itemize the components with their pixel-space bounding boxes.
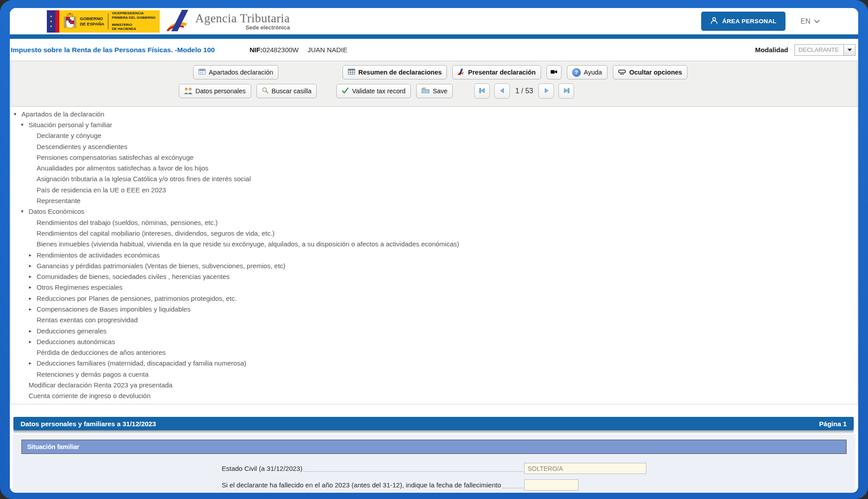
tree-item[interactable]: Descendientes y ascendientes xyxy=(11,141,857,152)
tree-item-label: Ganancias y pérdidas patrimoniales (Vent… xyxy=(37,262,285,270)
tree-arrow-icon[interactable]: ▸ xyxy=(29,274,37,279)
language-selector[interactable]: EN xyxy=(801,17,820,25)
tree-item[interactable]: ▸Deducciones familiares (maternidad, dis… xyxy=(11,358,857,369)
flag-yellow-area: GOBIERNO DE ESPAÑA VICEPRESIDENCIA PRIME… xyxy=(59,10,160,33)
save-button[interactable]: Save xyxy=(416,84,453,98)
tree-item[interactable]: Rentas exentas con progresividad xyxy=(11,315,857,325)
apartados-declaracion-button[interactable]: Apartados declaración xyxy=(193,65,278,79)
tree-item[interactable]: Asignación tributaria a la Iglesia Catól… xyxy=(11,174,857,184)
tree-arrow-icon[interactable]: ▸ xyxy=(29,263,37,269)
tree-item[interactable]: País de residencia en la UE o EEE en 202… xyxy=(11,184,857,195)
tree-item[interactable]: Rendimientos del trabajo (sueldos, nómin… xyxy=(11,217,857,228)
tree-item[interactable]: ▸Reducciones por Planes de pensiones, pa… xyxy=(11,293,857,304)
tree-item-label: Pérdida de deducciones de años anteriore… xyxy=(37,349,165,356)
tree-arrow-icon[interactable]: ▾ xyxy=(21,208,29,214)
tree-item-label: Pensiones compensatorias satisfechas al … xyxy=(37,154,194,161)
first-page-button[interactable] xyxy=(474,83,490,99)
video-help-button[interactable] xyxy=(546,65,562,79)
nif-value: 02482300W xyxy=(263,46,299,54)
app-header: ★ ★ ★ xyxy=(10,8,858,34)
dotted-leader xyxy=(502,488,523,488)
tree-arrow-icon[interactable]: ▾ xyxy=(21,122,29,128)
tree-item[interactable]: ▾Situación personal y familiar xyxy=(11,119,857,130)
brand-subtitle: Sede electrónica xyxy=(195,25,290,31)
tree-item-label: Reducciones por Planes de pensiones, pat… xyxy=(37,295,237,302)
dropdown-arrow-icon xyxy=(847,49,852,51)
tree-item[interactable]: Pérdida de deducciones de años anteriore… xyxy=(11,347,857,358)
tree-item[interactable]: Cuenta corriente de ingreso o devolución xyxy=(11,391,857,401)
tree-item[interactable]: ▸Rendimientos de actividades económicas xyxy=(11,250,857,260)
tree-item[interactable]: Representante xyxy=(11,195,857,206)
form-area: Situación familiar Estado Civil (a 31/12… xyxy=(12,434,856,493)
table-icon xyxy=(348,69,355,76)
tree-arrow-icon[interactable]: ▸ xyxy=(29,284,37,290)
validate-button[interactable]: Validate tax record xyxy=(336,84,411,98)
page-indicator: 1 / 53 xyxy=(515,87,533,95)
tree-item[interactable]: ▸Compensaciones de Bases imponibles y li… xyxy=(11,304,857,314)
ministry-text: VICEPRESIDENCIA PRIMERA DEL GOBIERNO MIN… xyxy=(112,11,156,31)
next-page-icon xyxy=(543,87,550,95)
tree-item-label: País de residencia en la UE o EEE en 202… xyxy=(37,186,166,194)
tree-item[interactable]: Anualidades por alimentos satisfechas a … xyxy=(11,162,857,173)
tree-item[interactable]: ▸Deducciones autonómicas xyxy=(11,336,857,347)
tree-item-label: Modificar declaración Renta 2023 ya pres… xyxy=(29,381,173,389)
first-page-icon xyxy=(479,87,486,95)
buscar-casilla-button[interactable]: Buscar casilla xyxy=(256,84,317,98)
tree-item[interactable]: ▸Ganancias y pérdidas patrimoniales (Ven… xyxy=(11,260,857,271)
next-page-button[interactable] xyxy=(538,83,554,99)
tree-arrow-icon[interactable]: ▸ xyxy=(29,306,37,312)
tree-item[interactable]: Retenciones y demás pagos a cuenta xyxy=(11,369,857,379)
page-label: Página 1 xyxy=(819,420,847,428)
at-logo-mini-icon xyxy=(458,69,465,76)
tree-item-label: Representante xyxy=(37,197,80,204)
app-window: ★ ★ ★ xyxy=(10,8,858,493)
tree-item[interactable]: ▸Comunidades de bienes, sociedades civil… xyxy=(11,271,857,282)
tree-item[interactable]: ▸Otros Regímenes especiales xyxy=(11,282,857,293)
modalidad-select[interactable]: DECLARANTE xyxy=(794,44,856,56)
tree-item-label: Comunidades de bienes, sociedades civile… xyxy=(37,273,230,280)
tree-item-label: Retenciones y demás pagos a cuenta xyxy=(37,370,149,378)
flag-red-stripe xyxy=(55,10,59,33)
pagination: 1 / 53 xyxy=(474,83,574,99)
presentar-declaracion-button[interactable]: Presentar declaración xyxy=(452,65,541,79)
taxpayer-name: JUAN NADIE xyxy=(308,46,347,54)
tree-arrow-icon[interactable]: ▸ xyxy=(29,360,37,366)
tree-arrow-icon[interactable]: ▸ xyxy=(29,252,37,258)
header-divider-bar xyxy=(10,34,858,39)
area-personal-button[interactable]: ÁREA PERSONAL xyxy=(701,12,785,31)
tree-item[interactable]: ▾Apartados de la declaración xyxy=(11,108,857,119)
window-frame: ★ ★ ★ xyxy=(0,0,868,499)
tree-arrow-icon[interactable]: ▸ xyxy=(29,328,37,334)
tree-arrow-icon[interactable]: ▾ xyxy=(14,111,21,117)
tree-item[interactable]: Bienes inmuebles (vivienda habitual, viv… xyxy=(11,239,857,250)
tree-item[interactable]: ▾Datos Económicos xyxy=(11,206,857,217)
tree-item-label: Deducciones autonómicas xyxy=(37,338,115,345)
search-icon xyxy=(262,87,269,95)
prev-page-button[interactable] xyxy=(494,83,510,99)
fecha-fallecimiento-label: Si el declarante ha fallecido en el año … xyxy=(222,481,501,489)
tree-arrow-icon[interactable]: ▸ xyxy=(29,339,37,345)
coat-of-arms-icon xyxy=(63,12,77,30)
estado-civil-label: Estado Civil (a 31/12/2023) xyxy=(222,465,302,472)
last-page-button[interactable] xyxy=(558,83,574,99)
fecha-fallecimiento-input[interactable] xyxy=(524,479,579,491)
people-icon xyxy=(184,87,192,96)
tree-item-label: Situación personal y familiar xyxy=(29,121,112,129)
resumen-declaraciones-button[interactable]: Resumen de declaraciones xyxy=(343,65,447,79)
ocultar-opciones-button[interactable]: Ocultar opciones xyxy=(613,65,687,79)
help-icon: ? xyxy=(572,68,581,77)
eu-star-icon: ★ xyxy=(50,25,52,28)
tree-item[interactable]: ▸Deducciones generales xyxy=(11,325,857,336)
modalidad-dropdown-button[interactable] xyxy=(843,45,855,55)
tree-item-label: Bienes inmuebles (vivienda habitual, viv… xyxy=(37,240,459,248)
ayuda-button[interactable]: ? Ayuda xyxy=(567,65,608,79)
datos-personales-button[interactable]: Datos personales xyxy=(179,84,251,98)
tree-arrow-icon[interactable]: ▸ xyxy=(29,295,37,301)
tree-item[interactable]: Rendimientos del capital mobiliario (int… xyxy=(11,228,857,238)
tree-item[interactable]: Modificar declaración Renta 2023 ya pres… xyxy=(11,379,857,390)
brand-name: Agencia Tributaria xyxy=(195,12,290,25)
eu-star-icon: ★ xyxy=(50,20,52,23)
tree-item[interactable]: Pensiones compensatorias satisfechas al … xyxy=(11,152,857,162)
tree-item[interactable]: Declarante y cónyuge xyxy=(11,130,857,141)
estado-civil-input[interactable] xyxy=(524,463,646,474)
